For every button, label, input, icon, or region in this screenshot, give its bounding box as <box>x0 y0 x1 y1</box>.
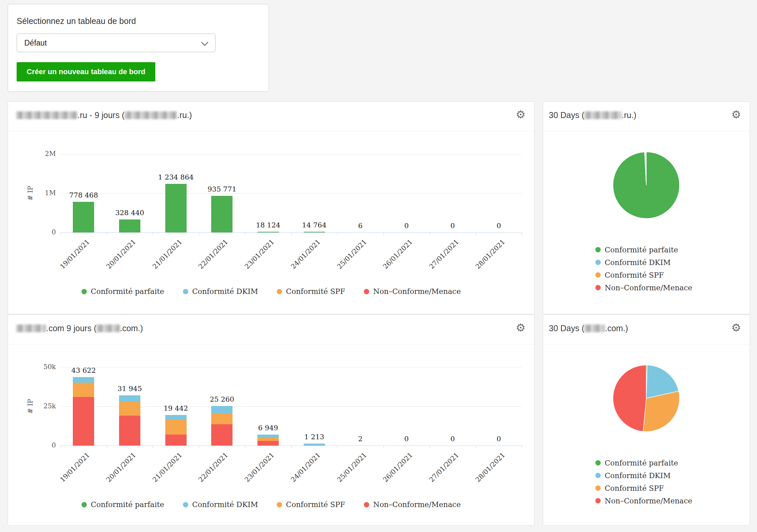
pie-legend: Conformité parfaiteConformité DKIMConfor… <box>595 243 692 294</box>
bar-segment-menace[interactable] <box>119 416 140 446</box>
pie-legend: Conformité parfaiteConformité DKIMConfor… <box>595 457 692 507</box>
bar-chart-card-ru: .ru - 9 jours (.ru.) ⚙ 01M2M# IP778 4681… <box>8 101 534 314</box>
pie-chart-com <box>611 363 681 434</box>
bar-segment-spf[interactable] <box>257 438 279 441</box>
x-axis-tick-label: 23/01/2021 <box>243 238 276 270</box>
bar-segment-dkim[interactable] <box>73 377 94 383</box>
bar-segment-menace[interactable] <box>73 397 94 446</box>
bar-segment-spf[interactable] <box>73 383 94 397</box>
y-axis-tick-label: 25k <box>32 402 56 410</box>
gear-icon[interactable]: ⚙ <box>731 322 741 333</box>
bar-value-label: 778 468 <box>54 191 113 199</box>
legend-marker <box>81 502 87 507</box>
legend-marker <box>183 502 188 507</box>
legend-label: Conformité DKIM <box>192 500 258 509</box>
bar-segment-parfaite[interactable] <box>257 232 279 232</box>
legend-item-spf[interactable]: Conformité SPF <box>595 269 692 281</box>
dashboard-select-value: Défaut <box>24 39 47 48</box>
y-axis-tick-label: 1M <box>32 189 56 197</box>
legend-item-parfaite[interactable]: Conformité parfaite <box>81 287 164 296</box>
bar-segment-spf[interactable] <box>211 413 232 424</box>
bar-segment-dkim[interactable] <box>257 435 279 438</box>
legend-item-dkim[interactable]: Conformité DKIM <box>183 287 258 296</box>
legend-label: Conformité DKIM <box>605 258 671 267</box>
y-axis-title: # IP <box>26 399 34 414</box>
bar-value-label: 25 260 <box>192 395 252 403</box>
bar-segment-parfaite[interactable] <box>119 219 140 232</box>
x-axis-tick-label: 20/01/2021 <box>105 451 137 483</box>
x-axis-tick-label: 19/01/2021 <box>59 451 91 483</box>
axis-tick <box>199 446 199 449</box>
legend-item-spf[interactable]: Conformité SPF <box>595 482 692 494</box>
legend-label: Conformité SPF <box>286 287 345 296</box>
x-axis-tick-label: 25/01/2021 <box>335 238 368 270</box>
legend-item-parfaite[interactable]: Conformité parfaite <box>81 500 164 509</box>
legend-item-menace[interactable]: Non–Conforme/Menace <box>595 281 692 294</box>
legend-item-dkim[interactable]: Conformité DKIM <box>183 500 258 509</box>
pie-slice-menace[interactable] <box>613 365 646 432</box>
x-axis-tick-label: 24/01/2021 <box>289 238 322 270</box>
x-axis-tick-label: 27/01/2021 <box>427 238 460 270</box>
axis-tick <box>430 446 430 449</box>
pie-chart-card-com: 30 Days (.com.) ⚙ Conformité parfaiteCon… <box>543 315 750 526</box>
bar-segment-dkim[interactable] <box>119 395 140 402</box>
legend-label: Conformité SPF <box>605 484 664 492</box>
legend-marker <box>595 460 601 466</box>
legend-item-menace[interactable]: Non–Conforme/Menace <box>364 287 461 296</box>
legend-label: Non–Conforme/Menace <box>605 284 692 292</box>
bar-segment-menace[interactable] <box>257 441 279 446</box>
axis-tick <box>476 446 476 449</box>
bar-segment-spf[interactable] <box>165 420 187 435</box>
legend-label: Conformité SPF <box>605 271 664 279</box>
legend-item-spf[interactable]: Conformité SPF <box>277 287 345 296</box>
legend-item-parfaite[interactable]: Conformité parfaite <box>595 457 692 469</box>
axis-tick <box>107 446 107 449</box>
legend-marker <box>595 473 601 478</box>
legend-item-parfaite[interactable]: Conformité parfaite <box>595 243 692 256</box>
gridline <box>61 154 522 154</box>
gear-icon[interactable]: ⚙ <box>731 109 741 120</box>
bar-segment-parfaite[interactable] <box>165 184 187 232</box>
x-axis-tick-label: 26/01/2021 <box>381 451 414 483</box>
bar-segment-spf[interactable] <box>119 402 140 416</box>
legend-item-dkim[interactable]: Conformité DKIM <box>595 469 692 482</box>
bar-segment-menace[interactable] <box>211 424 232 446</box>
bar-segment-menace[interactable] <box>165 435 187 446</box>
x-axis-tick-label: 23/01/2021 <box>243 451 276 483</box>
bar-segment-dkim[interactable] <box>211 406 232 413</box>
legend-marker <box>183 289 188 294</box>
bar-segment-dkim[interactable] <box>165 415 187 420</box>
bar-value-label: 43 622 <box>54 366 113 374</box>
bar-segment-parfaite[interactable] <box>73 202 94 232</box>
legend-marker <box>364 289 369 294</box>
bar-value-label: 19 442 <box>146 404 206 412</box>
bar-segment-parfaite[interactable] <box>304 232 325 232</box>
legend-item-menace[interactable]: Non–Conforme/Menace <box>364 500 461 509</box>
dashboard-select[interactable]: Défaut <box>17 34 216 52</box>
x-axis-tick-label: 24/01/2021 <box>289 451 322 483</box>
x-axis-tick-label: 19/01/2021 <box>59 238 91 270</box>
x-axis-tick-label: 22/01/2021 <box>197 238 229 270</box>
axis-tick <box>337 446 338 449</box>
legend-item-menace[interactable]: Non–Conforme/Menace <box>595 494 692 507</box>
card-header: 30 Days (.ru.) ⚙ <box>543 102 750 131</box>
legend-marker <box>595 498 601 503</box>
card-header: 30 Days (.com.) ⚙ <box>543 315 750 344</box>
x-axis-tick-label: 20/01/2021 <box>105 238 137 270</box>
bar-segment-dkim[interactable] <box>304 444 325 446</box>
create-dashboard-button[interactable]: Créer un nouveau tableau de bord <box>17 62 155 81</box>
dashboard-selector-panel: Sélectionnez un tableau de bord Défaut C… <box>8 4 269 92</box>
axis-tick <box>522 232 522 235</box>
legend-label: Conformité DKIM <box>192 287 258 296</box>
legend-label: Conformité parfaite <box>605 246 678 254</box>
card-title-text: .ru.) <box>622 110 636 120</box>
axis-tick <box>476 232 476 235</box>
pie-chart-ru <box>611 150 681 220</box>
bar-value-label: 31 945 <box>100 385 160 393</box>
bar-value-label: 1 234 864 <box>146 173 206 181</box>
legend-item-spf[interactable]: Conformité SPF <box>277 500 345 509</box>
legend-item-dkim[interactable]: Conformité DKIM <box>595 256 692 269</box>
axis-tick <box>245 446 245 449</box>
bar-value-label: 328 440 <box>100 209 160 217</box>
bar-segment-parfaite[interactable] <box>211 196 232 232</box>
